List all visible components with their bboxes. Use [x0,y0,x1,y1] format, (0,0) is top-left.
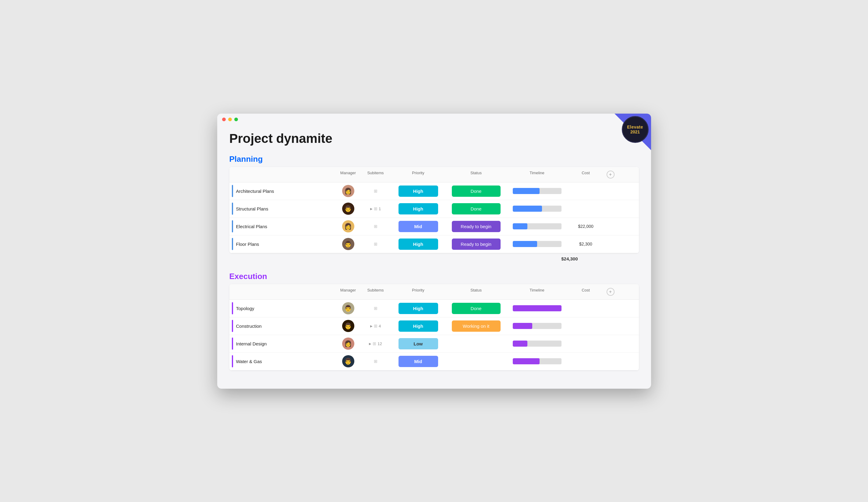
subitems-cell: ▶ ⊞ 1 [360,206,391,211]
task-name-cell: Water & Gas [229,355,336,367]
timeline-bar [513,223,561,229]
task-name-cell: Floor Plans [229,238,336,250]
table-row[interactable]: Internal Design 👩 ▶ ⊞ 12 Low [229,335,639,353]
subitems-cell: ▶ ⊞ 12 [360,341,391,346]
planning-col-status: Status [446,169,507,180]
status-badge: Ready to begin [452,221,500,232]
subitems-cell: ⊞ [360,359,391,364]
task-border [232,337,233,350]
table-row[interactable]: Water & Gas 👨 ⊞ Mid [229,353,639,370]
priority-cell: High [391,301,446,316]
task-border [232,238,233,250]
timeline-fill [513,241,537,247]
planning-rows: Architectural Plans 👩 ⊞ High Done [229,182,639,253]
timeline-cell [507,239,568,249]
subitems-icon: ⊞ [374,189,378,194]
subitems-icon: ⊞ [374,359,378,364]
table-row[interactable]: Electrical Plans 👩 ⊞ Mid Ready to begin … [229,218,639,236]
planning-total: $24,300 [229,253,639,263]
cost-cell [568,359,604,363]
timeline-cell [507,356,568,366]
subitems-cell: ⊞ [360,224,391,229]
cost-cell [568,189,604,193]
table-row[interactable]: Floor Plans 👨 ⊞ High Ready to begin $2,3… [229,236,639,253]
task-border [232,355,233,367]
table-row[interactable]: Structural Plans 👨 ▶ ⊞ 1 High Done [229,200,639,218]
planning-col-subitems: Subitems [360,169,391,180]
execution-col-status: Status [446,287,507,297]
expand-arrow[interactable]: ▶ [370,207,373,210]
table-row[interactable]: Architectural Plans 👩 ⊞ High Done [229,182,639,200]
timeline-bar [513,323,561,329]
priority-cell: High [391,184,446,199]
status-badge: Done [452,303,500,314]
task-border [232,302,233,314]
priority-badge: Mid [399,221,438,232]
execution-section-title: Execution [229,272,267,281]
task-name: Electrical Plans [236,224,268,229]
cost-cell: $22,000 [568,222,604,231]
table-row[interactable]: Construction 👨 ▶ ⊞ 4 High Working on it [229,317,639,335]
task-name: Topology [236,306,255,311]
timeline-fill [513,223,527,229]
subitems-cell: ▶ ⊞ 4 [360,324,391,328]
priority-badge: Mid [399,356,438,367]
planning-table: Manager Subitems Priority Status Timelin… [229,167,639,253]
priority-cell: Mid [391,354,446,369]
cost-cell [568,324,604,328]
avatar-cell: 👩 [336,185,360,197]
expand-arrow[interactable]: ▶ [370,324,373,328]
subitems-count: 12 [378,342,382,346]
avatar-cell: 👨 [336,320,360,332]
content-area: Project dynamite Planning Manager Subite… [217,125,651,389]
badge-year: 2021 [630,129,640,134]
cost-cell [568,207,604,210]
subitems-icon: ⊞ [374,224,378,229]
priority-cell: High [391,237,446,252]
task-name-cell: Topology [229,302,336,314]
execution-col-cost: Cost [568,287,604,297]
subitems-cell: ⊞ [360,242,391,247]
status-cell: Done [446,301,507,316]
close-dot[interactable] [222,117,226,121]
planning-total-value: $24,300 [561,256,578,261]
planning-section: Planning Manager Subitems Priority Statu… [229,155,639,263]
execution-rows: Topology 👨 ⊞ High Done [229,300,639,370]
task-name: Architectural Plans [236,189,274,194]
planning-col-task [229,169,336,180]
execution-col-headers: Manager Subitems Priority Status Timelin… [229,284,639,300]
expand-arrow[interactable]: ▶ [369,342,371,345]
task-name-cell: Electrical Plans [229,220,336,232]
task-name: Water & Gas [236,359,262,364]
avatar-cell: 👩 [336,220,360,232]
task-name-cell: Structural Plans [229,202,336,215]
table-row[interactable]: Topology 👨 ⊞ High Done [229,300,639,317]
task-name: Internal Design [236,341,267,346]
task-border [232,220,233,232]
timeline-cell [507,303,568,313]
timeline-cell [507,221,568,231]
timeline-cell [507,339,568,348]
page-title: Project dynamite [229,131,639,146]
subitems-icon: ⊞ [374,242,378,247]
execution-header-row: Execution [229,272,639,281]
expand-dot[interactable] [234,117,238,121]
planning-add-button[interactable]: + [607,170,614,178]
minimize-dot[interactable] [228,117,232,121]
planning-header-row: Planning [229,155,639,164]
subitems-count: 1 [379,207,381,211]
planning-col-headers: Manager Subitems Priority Status Timelin… [229,167,639,182]
subitems-icon: ⊞ [373,341,376,346]
status-cell [446,359,507,363]
timeline-fill [513,323,532,329]
timeline-fill [513,188,539,194]
avatar-cell: 👨 [336,202,360,215]
status-cell: Working on it [446,318,507,334]
task-name-cell: Internal Design [229,337,336,350]
task-border [232,185,233,197]
status-cell: Done [446,201,507,216]
avatar-cell: 👨 [336,238,360,250]
priority-badge: High [399,303,438,314]
priority-badge: High [399,239,438,250]
execution-add-button[interactable]: + [607,288,614,296]
